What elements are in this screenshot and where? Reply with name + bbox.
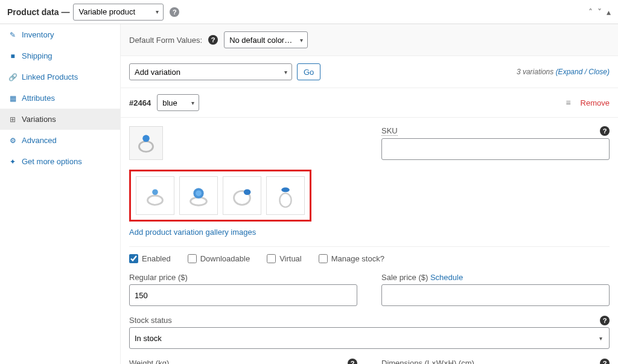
- sidebar-item-attributes[interactable]: ▦ Attributes: [0, 88, 120, 109]
- help-icon[interactable]: ?: [600, 316, 610, 325]
- gallery-thumb[interactable]: [266, 176, 305, 215]
- svg-point-8: [244, 189, 251, 195]
- manage-stock-label: Manage stock?: [331, 254, 384, 263]
- sale-price-block: Sale price ($) Schedule: [381, 273, 610, 306]
- sidebar-item-inventory[interactable]: ✎ Inventory: [0, 24, 120, 45]
- panel-title: Product data —: [7, 7, 69, 17]
- sidebar-item-label: Linked Products: [22, 72, 78, 81]
- weight-block: Weight (kg) ?: [129, 359, 357, 364]
- virtual-checkbox[interactable]: [267, 254, 276, 263]
- sidebar-item-more[interactable]: ✦ Get more options: [0, 151, 120, 172]
- help-icon[interactable]: ?: [170, 7, 179, 17]
- stock-status-label: Stock status: [129, 316, 610, 325]
- ring-image-icon: [141, 182, 169, 209]
- virtual-check[interactable]: Virtual: [267, 254, 302, 263]
- ring-image-icon: [132, 129, 160, 157]
- variation-color-select[interactable]: blue: [157, 94, 199, 111]
- sidebar-item-label: Attributes: [22, 94, 55, 103]
- variation-gallery: [129, 170, 311, 222]
- svg-point-10: [281, 188, 289, 193]
- variations-count: 3 variations: [517, 68, 556, 76]
- add-variation-select[interactable]: Add variation: [129, 63, 292, 80]
- add-variation-row: Add variation ▾ Go 3 variations (Expand …: [121, 56, 618, 88]
- collapse-toggle-icon[interactable]: ▴: [607, 7, 611, 17]
- ring-image-icon: [228, 182, 256, 209]
- manage-stock-check[interactable]: Manage stock?: [319, 254, 384, 263]
- help-icon[interactable]: ?: [600, 359, 610, 364]
- price-row: Regular price ($) Sale price ($) Schedul…: [129, 273, 610, 306]
- remove-variation-link[interactable]: Remove: [581, 98, 610, 107]
- help-icon[interactable]: ?: [348, 359, 357, 364]
- svg-point-2: [148, 196, 163, 205]
- add-variation-wrap: Add variation ▾: [129, 63, 292, 80]
- variation-checkboxes: Enabled Downloadable Virtual Manage stoc…: [129, 254, 610, 263]
- variation-header-right: ≡ Remove: [565, 98, 610, 107]
- variations-content: Default Form Values: ? No default color……: [121, 24, 618, 364]
- sidebar-item-variations[interactable]: ⊞ Variations: [0, 109, 120, 130]
- plus-icon: ✦: [8, 158, 17, 166]
- svg-point-1: [142, 135, 150, 142]
- gallery-thumb[interactable]: [223, 176, 261, 215]
- product-type-select-wrap: Variable product ▾: [73, 4, 164, 21]
- sale-price-label: Sale price ($) Schedule: [381, 273, 610, 282]
- svg-point-9: [279, 193, 291, 207]
- sale-price-label-text: Sale price ($): [381, 273, 430, 282]
- variation-color-wrap: blue ▾: [157, 94, 199, 111]
- help-icon[interactable]: ?: [208, 35, 218, 45]
- thumb-sku-row: Add product variation gallery images SKU…: [129, 126, 610, 237]
- weight-dims-row: Weight (kg) ? Dimensions (L×W×H) (cm) ?: [129, 359, 610, 364]
- sidebar-item-label: Shipping: [22, 51, 53, 60]
- stock-select-wrap: In stock ▾: [129, 327, 610, 349]
- sidebar-item-label: Inventory: [22, 30, 54, 39]
- panel-header: Product data — Variable product ▾ ? ˄ ˅ …: [0, 0, 618, 24]
- panel-body: ✎ Inventory ■ Shipping 🔗 Linked Products…: [0, 24, 618, 364]
- sku-input[interactable]: [381, 138, 610, 160]
- enabled-checkbox[interactable]: [129, 254, 138, 263]
- downloadable-checkbox[interactable]: [188, 254, 197, 263]
- regular-price-block: Regular price ($): [129, 273, 357, 306]
- stock-row: Stock status ? In stock ▾: [129, 316, 610, 349]
- product-type-select[interactable]: Variable product: [73, 4, 164, 21]
- drag-handle-icon[interactable]: ≡: [565, 98, 570, 107]
- variation-id: #2464: [129, 98, 151, 107]
- sku-label: SKU: [381, 126, 398, 136]
- svg-point-6: [196, 190, 202, 196]
- stock-status-select[interactable]: In stock: [129, 327, 610, 349]
- add-gallery-images-link[interactable]: Add product variation gallery images: [129, 228, 256, 237]
- sidebar-item-shipping[interactable]: ■ Shipping: [0, 45, 120, 66]
- downloadable-label: Downloadable: [200, 254, 250, 263]
- variation-body: Add product variation gallery images SKU…: [121, 118, 618, 364]
- image-column: Add product variation gallery images: [129, 126, 357, 237]
- sidebar-item-label: Variations: [22, 115, 56, 124]
- collapse-down-icon[interactable]: ˅: [597, 7, 602, 17]
- link-icon: 🔗: [8, 73, 17, 81]
- sku-column: SKU ?: [381, 126, 610, 237]
- stock-status-block: Stock status ? In stock ▾: [129, 316, 610, 349]
- variations-meta: 3 variations (Expand / Close): [517, 68, 610, 76]
- sidebar-item-advanced[interactable]: ⚙ Advanced: [0, 130, 120, 151]
- svg-point-0: [139, 141, 153, 152]
- expand-close-link[interactable]: (Expand / Close): [556, 68, 610, 76]
- manage-stock-checkbox[interactable]: [319, 254, 328, 263]
- virtual-label: Virtual: [279, 254, 302, 263]
- go-button[interactable]: Go: [297, 63, 320, 80]
- shipping-icon: ■: [8, 52, 17, 60]
- variation-main-image[interactable]: [129, 126, 163, 160]
- divider: [129, 246, 610, 247]
- inventory-icon: ✎: [8, 31, 17, 39]
- sidebar-item-label: Advanced: [22, 136, 57, 145]
- dimensions-block: Dimensions (L×W×H) (cm) ?: [381, 359, 610, 364]
- collapse-up-icon[interactable]: ˄: [588, 7, 593, 17]
- downloadable-check[interactable]: Downloadable: [188, 254, 250, 263]
- schedule-link[interactable]: Schedule: [430, 273, 463, 282]
- sale-price-input[interactable]: [381, 284, 610, 306]
- default-color-select[interactable]: No default color…: [224, 31, 308, 48]
- gallery-thumb[interactable]: [179, 176, 218, 215]
- enabled-check[interactable]: Enabled: [129, 254, 171, 263]
- attributes-icon: ▦: [8, 94, 17, 103]
- help-icon[interactable]: ?: [600, 126, 610, 136]
- gallery-thumb[interactable]: [136, 176, 174, 215]
- regular-price-input[interactable]: [129, 284, 357, 306]
- sidebar-item-label: Get more options: [22, 157, 82, 166]
- sidebar-item-linked[interactable]: 🔗 Linked Products: [0, 66, 120, 88]
